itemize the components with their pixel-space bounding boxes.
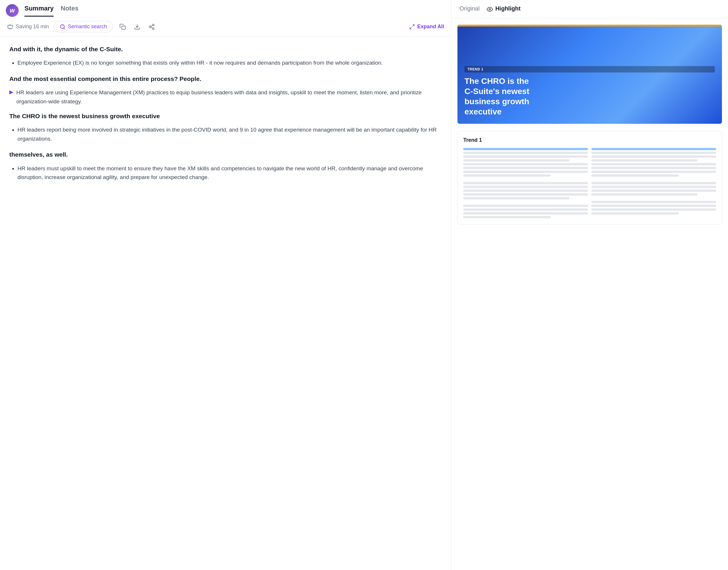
download-button[interactable] [132,22,142,32]
svg-point-4 [150,26,151,28]
doc-col-left [463,148,588,218]
doc-line [591,212,679,215]
header: w ✦ Summary Notes [0,0,451,17]
doc-line [463,197,569,200]
share-icon [149,24,155,30]
svg-point-10 [489,8,491,10]
share-button[interactable] [147,22,157,32]
heading-3: The CHRO is the newest business growth e… [9,112,442,120]
doc-line [591,186,716,188]
doc-line [463,205,588,207]
doc-line [463,156,588,158]
doc-line [591,163,716,165]
highlight-bullet-item: ▶ HR leaders are using Experience Manage… [9,88,442,106]
svg-point-5 [153,28,154,29]
doc-title: The CHRO is theC-Suite's newestbusiness … [464,76,715,117]
arrow-icon: ▶ [9,89,13,95]
trend-badge: TREND 1 [464,66,715,72]
doc-line [463,159,569,162]
doc-line [463,148,588,150]
document-card-1: TREND 1 The CHRO is theC-Suite's newestb… [457,24,722,124]
svg-line-7 [151,25,153,26]
document-thumbnail-blue: TREND 1 The CHRO is theC-Suite's newestb… [458,25,722,124]
doc-line [591,193,697,196]
svg-line-6 [151,27,153,28]
doc-line [591,171,716,173]
right-content: TREND 1 The CHRO is theC-Suite's newestb… [451,19,728,570]
main-content: And with it, the dynamic of the C-Suite.… [0,37,451,570]
svg-point-0 [60,24,64,28]
right-header: Original Highlight [451,0,728,19]
doc-line [463,152,588,154]
list-item: HR leaders report being more involved in… [17,125,442,143]
doc-line [591,205,716,207]
doc-line [463,163,588,165]
doc-line [463,212,588,215]
eye-icon [487,6,493,13]
saving-text: Saving 16 min [16,24,49,30]
copy-icon [119,24,126,30]
doc-line [463,167,588,169]
doc-line [463,175,551,177]
list-item-faded: HR leaders must upskill to meet the mome… [17,164,442,182]
doc-line [463,182,588,184]
doc-line [463,190,588,192]
doc-line [591,182,716,184]
semantic-search-button[interactable]: Semantic search [54,21,113,32]
doc-line [591,156,716,158]
doc-col-right [591,148,716,218]
logo-star-icon: ✦ [15,5,18,8]
doc-trend-label: Trend 1 [463,137,716,143]
doc-line [463,209,588,211]
doc-line [463,186,588,188]
doc-line [591,209,716,211]
bullet-list-3: HR leaders must upskill to meet the mome… [9,164,442,182]
expand-all-button[interactable]: Expand All [409,24,444,30]
heading-2: And the most essential component in this… [9,74,442,83]
copy-button[interactable] [117,22,128,32]
tab-original[interactable]: Original [460,5,480,13]
svg-line-8 [412,24,414,26]
left-panel: w ✦ Summary Notes Saving 16 min Semantic… [0,0,451,570]
doc-line [591,175,679,177]
doc-line [463,171,588,173]
svg-line-9 [410,27,412,29]
doc-line [591,167,716,169]
svg-point-3 [153,24,154,26]
document-card-2: Trend 1 [457,131,722,225]
doc-text-preview [463,148,716,218]
semantic-search-label: Semantic search [68,24,107,30]
heading-1: And with it, the dynamic of the C-Suite. [9,45,442,53]
main-tabs: Summary Notes [24,5,78,17]
right-panel: Original Highlight TREND 1 The CHRO is t… [451,0,728,570]
logo-letter: w [10,7,15,14]
toolbar: Saving 16 min Semantic search [0,17,451,37]
search-icon [60,24,65,30]
expand-all-label: Expand All [417,24,444,30]
doc-line [591,152,716,154]
saving-indicator: Saving 16 min [7,24,49,30]
doc-line [463,193,588,196]
download-icon [134,24,140,30]
expand-icon [409,24,415,30]
doc-line [591,148,716,150]
tab-highlight[interactable]: Highlight [495,5,521,13]
tab-summary[interactable]: Summary [24,5,54,17]
highlight-bullet-text: HR leaders are using Experience Manageme… [16,88,442,106]
bullet-list-1: Employee Experience (EX) is no longer so… [9,58,442,67]
tab-notes[interactable]: Notes [60,5,78,17]
svg-rect-1 [122,26,125,29]
saving-icon [7,24,13,30]
doc-line [591,159,697,162]
app-logo: w ✦ [6,4,19,17]
list-item: Employee Experience (EX) is no longer so… [17,58,442,67]
heading-4: themselves, as well. [9,150,442,159]
doc-line [591,201,716,203]
bullet-list-2: HR leaders report being more involved in… [9,125,442,143]
doc-line [591,190,716,192]
doc-line [463,216,551,218]
tab-highlight-container[interactable]: Highlight [487,5,521,13]
